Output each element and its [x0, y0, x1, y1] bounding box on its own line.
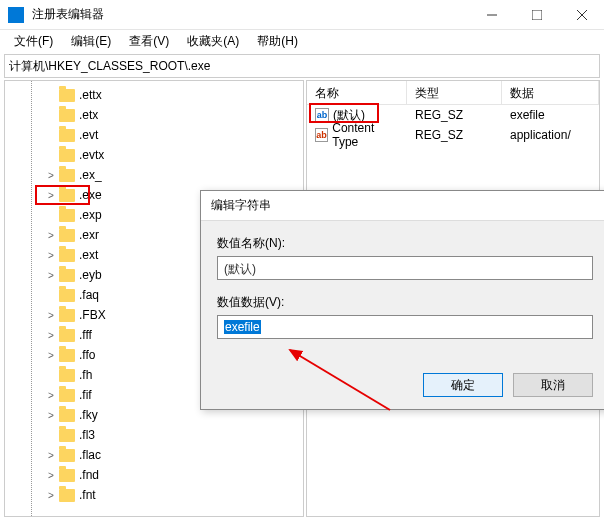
menu-help[interactable]: 帮助(H): [249, 31, 306, 52]
cancel-button[interactable]: 取消: [513, 373, 593, 397]
chevron-right-icon[interactable]: >: [45, 450, 57, 461]
folder-icon: [59, 229, 75, 242]
chevron-right-icon[interactable]: >: [45, 390, 57, 401]
value-type: REG_SZ: [407, 108, 502, 122]
chevron-right-icon[interactable]: >: [45, 350, 57, 361]
value-name-label: 数值名称(N):: [217, 235, 593, 252]
edit-string-dialog: 编辑字符串 数值名称(N): (默认) 数值数据(V): exefile 确定 …: [200, 190, 604, 410]
maximize-button[interactable]: [514, 0, 559, 30]
chevron-right-icon[interactable]: >: [45, 470, 57, 481]
tree-item[interactable]: >.evtx: [5, 145, 303, 165]
list-row[interactable]: abContent TypeREG_SZapplication/: [307, 125, 599, 145]
tree-item-label: .flac: [79, 448, 101, 462]
list-header: 名称 类型 数据: [307, 81, 599, 105]
tree-item-label: .faq: [79, 288, 99, 302]
folder-icon: [59, 149, 75, 162]
folder-icon: [59, 289, 75, 302]
tree-item-label: .exp: [79, 208, 102, 222]
tree-item-label: .ettx: [79, 88, 102, 102]
col-type[interactable]: 类型: [407, 81, 502, 104]
value-data: application/: [502, 128, 599, 142]
folder-icon: [59, 429, 75, 442]
folder-icon: [59, 129, 75, 142]
folder-icon: [59, 369, 75, 382]
value-type: REG_SZ: [407, 128, 502, 142]
tree-item-label: .fff: [79, 328, 92, 342]
chevron-right-icon[interactable]: >: [45, 190, 57, 201]
tree-item-label: .fky: [79, 408, 98, 422]
chevron-right-icon[interactable]: >: [45, 230, 57, 241]
folder-icon: [59, 269, 75, 282]
tree-item-label: .FBX: [79, 308, 106, 322]
tree-item-label: .evt: [79, 128, 98, 142]
folder-icon: [59, 309, 75, 322]
reg-string-icon: ab: [315, 108, 329, 122]
tree-item[interactable]: >.etx: [5, 105, 303, 125]
value-data-label: 数值数据(V):: [217, 294, 593, 311]
ok-button[interactable]: 确定: [423, 373, 503, 397]
window-title: 注册表编辑器: [32, 6, 469, 23]
tree-item[interactable]: >.evt: [5, 125, 303, 145]
tree-item-label: .fl3: [79, 428, 95, 442]
tree-item[interactable]: >.fnt: [5, 485, 303, 505]
svg-rect-1: [532, 10, 542, 20]
menu-edit[interactable]: 编辑(E): [63, 31, 119, 52]
folder-icon: [59, 249, 75, 262]
minimize-button[interactable]: [469, 0, 514, 30]
tree-item[interactable]: >.fl3: [5, 425, 303, 445]
col-data[interactable]: 数据: [502, 81, 599, 104]
menu-favorites[interactable]: 收藏夹(A): [179, 31, 247, 52]
value-data-field[interactable]: exefile: [217, 315, 593, 339]
tree-item-label: .fh: [79, 368, 92, 382]
titlebar: 注册表编辑器: [0, 0, 604, 30]
close-button[interactable]: [559, 0, 604, 30]
tree-item-label: .exr: [79, 228, 99, 242]
tree-item-label: .evtx: [79, 148, 104, 162]
folder-icon: [59, 329, 75, 342]
tree-item[interactable]: >.ex_: [5, 165, 303, 185]
folder-icon: [59, 89, 75, 102]
menu-file[interactable]: 文件(F): [6, 31, 61, 52]
dialog-title-text: 编辑字符串: [211, 197, 271, 214]
chevron-right-icon[interactable]: >: [45, 330, 57, 341]
app-icon: [8, 7, 24, 23]
chevron-right-icon[interactable]: >: [45, 410, 57, 421]
chevron-right-icon[interactable]: >: [45, 250, 57, 261]
value-name: Content Type: [332, 121, 399, 149]
chevron-right-icon[interactable]: >: [45, 310, 57, 321]
list-body: ab(默认)REG_SZexefileabContent TypeREG_SZa…: [307, 105, 599, 145]
chevron-right-icon[interactable]: >: [45, 170, 57, 181]
reg-string-icon: ab: [315, 128, 328, 142]
folder-icon: [59, 449, 75, 462]
menu-view[interactable]: 查看(V): [121, 31, 177, 52]
folder-icon: [59, 349, 75, 362]
dialog-titlebar[interactable]: 编辑字符串: [201, 191, 604, 221]
col-name[interactable]: 名称: [307, 81, 407, 104]
window-controls: [469, 0, 604, 30]
value-data: exefile: [502, 108, 599, 122]
tree-item-label: .ffo: [79, 348, 95, 362]
address-text: 计算机\HKEY_CLASSES_ROOT\.exe: [9, 58, 210, 75]
address-bar[interactable]: 计算机\HKEY_CLASSES_ROOT\.exe: [4, 54, 600, 78]
chevron-right-icon[interactable]: >: [45, 490, 57, 501]
tree-item-label: .etx: [79, 108, 98, 122]
tree-item[interactable]: >.flac: [5, 445, 303, 465]
folder-icon: [59, 109, 75, 122]
folder-icon: [59, 189, 75, 202]
folder-icon: [59, 409, 75, 422]
tree-item-label: .ex_: [79, 168, 102, 182]
folder-icon: [59, 469, 75, 482]
tree-item-label: .eyb: [79, 268, 102, 282]
tree-item[interactable]: >.ettx: [5, 85, 303, 105]
folder-icon: [59, 209, 75, 222]
tree-item-label: .fnt: [79, 488, 96, 502]
menubar: 文件(F) 编辑(E) 查看(V) 收藏夹(A) 帮助(H): [0, 30, 604, 52]
folder-icon: [59, 169, 75, 182]
chevron-right-icon[interactable]: >: [45, 270, 57, 281]
folder-icon: [59, 489, 75, 502]
tree-item-label: .fif: [79, 388, 92, 402]
tree-item-label: .ext: [79, 248, 98, 262]
value-name-field[interactable]: (默认): [217, 256, 593, 280]
tree-item-label: .fnd: [79, 468, 99, 482]
tree-item[interactable]: >.fnd: [5, 465, 303, 485]
